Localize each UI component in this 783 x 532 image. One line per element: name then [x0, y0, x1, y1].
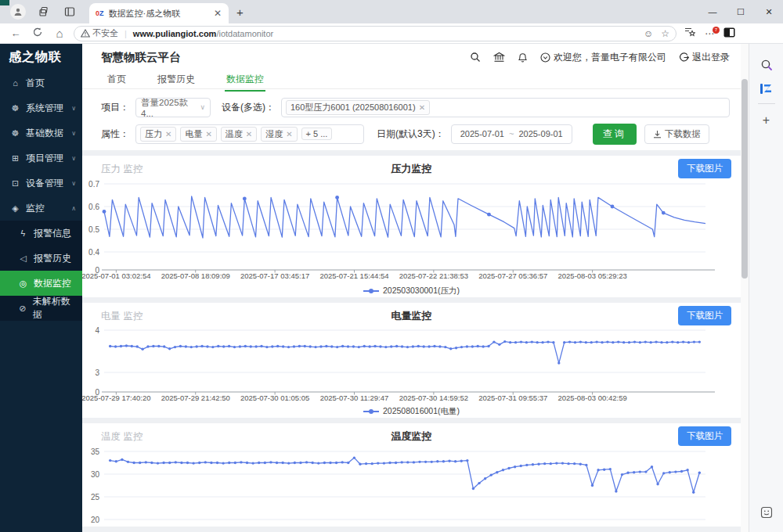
svg-text:2025-07-27 05:36:57: 2025-07-27 05:36:57 [478, 271, 547, 280]
not-secure-warning[interactable]: 不安全 [81, 27, 118, 39]
chevron-down-icon: ∨ [71, 130, 76, 137]
remove-tag-icon[interactable]: ✕ [419, 103, 425, 112]
logout-icon [679, 52, 689, 63]
tab-layout-icon[interactable] [60, 3, 80, 20]
workspaces-icon[interactable] [34, 3, 54, 20]
collections-icon[interactable] [684, 27, 695, 41]
add-sidebar-item-icon[interactable]: + [763, 109, 770, 132]
lightning-icon: ϟ [17, 228, 29, 238]
download-image-button[interactable]: 下载图片 [678, 159, 731, 178]
logout-button[interactable]: 退出登录 [679, 51, 730, 64]
browser-essentials-icon[interactable] [760, 501, 773, 524]
sidebar-item-alarm-history[interactable]: ◁ 报警历史 [0, 246, 82, 271]
minimize-button[interactable]: — [698, 0, 727, 23]
remove-tag-icon[interactable]: ✕ [165, 130, 171, 138]
welcome-menu[interactable]: 欢迎您，普量电子有限公司 [540, 51, 666, 64]
sidebar-item-alarm-info[interactable]: ϟ 报警信息 [0, 221, 82, 246]
project-label: 项目： [101, 101, 129, 114]
svg-text:2025-07-22 21:38:53: 2025-07-22 21:38:53 [399, 271, 468, 280]
slash-circle-icon: ⊘ [17, 304, 28, 314]
tab-data-monitor[interactable]: 数据监控 [225, 70, 265, 92]
page-title: 智慧物联云平台 [101, 50, 181, 65]
download-image-button[interactable]: 下载图片 [678, 426, 731, 446]
device-multiselect[interactable]: 160型压力6001 (202508016001) ✕ [281, 98, 730, 117]
refresh-icon[interactable] [27, 27, 49, 39]
app-header: 智慧物联云平台 欢迎您，普量电子有限公司 退出登录 [82, 44, 741, 70]
remove-tag-icon[interactable]: ✕ [246, 130, 252, 138]
page-scrollbar[interactable] [741, 44, 749, 532]
back-icon[interactable]: ← [5, 27, 27, 39]
remove-tag-icon[interactable]: ✕ [205, 130, 211, 138]
project-select[interactable]: 普量2025款4... ∨ [135, 98, 211, 117]
chevron-down-icon: ∨ [71, 155, 76, 162]
profile-button[interactable] [8, 3, 28, 20]
date-range-picker[interactable]: 2025-07-01 ~ 2025-09-01 [451, 124, 572, 144]
query-button[interactable]: 查询 [593, 124, 637, 145]
svg-text:2025-07-21 15:44:54: 2025-07-21 15:44:54 [319, 271, 388, 280]
download-icon [653, 130, 662, 138]
remove-tag-icon[interactable]: ✕ [286, 130, 292, 138]
svg-text:0.4: 0.4 [88, 248, 99, 257]
scrollbar-thumb[interactable] [742, 79, 748, 279]
page-tabbar: 首页 报警历史 数据监控 [82, 70, 741, 89]
favorite-star-icon[interactable]: ☆ [661, 28, 669, 39]
chart-legend[interactable]: 202508016001(电量) [82, 404, 741, 418]
svg-text:2025-07-30 14:59:52: 2025-07-30 14:59:52 [399, 394, 468, 402]
attr-more-tag[interactable]: + 5 ... [301, 128, 333, 140]
feedback-smiley-icon[interactable]: ☺ [644, 28, 653, 39]
sidebar-item-basedata[interactable]: ☸ 基础数据 ∨ [0, 120, 82, 146]
chart-title: 温度监控 [82, 430, 741, 444]
tab-alarm-history[interactable]: 报警历史 [156, 70, 197, 90]
sidebar-item-device[interactable]: ⊡ 设备管理 ∨ [0, 171, 82, 196]
sidebar-app-icon[interactable] [760, 77, 773, 100]
tab-home[interactable]: 首页 [106, 70, 128, 90]
svg-text:20: 20 [91, 516, 100, 524]
split-screen-icon[interactable] [723, 27, 735, 41]
chevron-down-icon: ∨ [71, 105, 76, 112]
sidebar-item-home[interactable]: ⌂ 首页 [0, 70, 82, 95]
sidebar-item-project[interactable]: ⊞ 项目管理 ∨ [0, 146, 82, 171]
browser-menu-icon[interactable]: ⋯7 [705, 28, 714, 39]
chevron-circle-icon [540, 52, 550, 63]
maximize-button[interactable]: ☐ [727, 0, 755, 23]
chart-legend[interactable]: 202503030001(压力) [82, 284, 741, 297]
search-icon[interactable] [470, 52, 481, 63]
tab-close-icon[interactable]: ✕ [211, 8, 224, 19]
browser-addressbar: ← ⌂ 不安全 | www.puliangiot.com/iotdatamoni… [0, 23, 783, 44]
home-icon[interactable]: ⌂ [49, 27, 70, 40]
svg-text:30: 30 [91, 470, 100, 479]
bell-icon[interactable] [518, 52, 528, 63]
check-circle-icon: ◎ [17, 279, 29, 289]
browser-tab-active[interactable]: 0Z 数据监控·感之物联 ✕ [89, 3, 229, 23]
device-label: 设备(多选)： [222, 101, 275, 114]
battery-chart-section: 电量 监控 电量监控 下载图片 4302025-07-29 17:40:2020… [82, 303, 741, 418]
edge-sidebar: + [749, 44, 783, 532]
monitor-icon: ⊡ [9, 178, 21, 189]
sidebar-item-data-monitor[interactable]: ◎ 数据监控 [0, 271, 82, 296]
svg-text:2025-07-29 17:40:20: 2025-07-29 17:40:20 [82, 394, 150, 402]
svg-text:25: 25 [91, 493, 100, 501]
svg-text:2025-07-17 03:45:17: 2025-07-17 03:45:17 [240, 271, 309, 280]
svg-text:4: 4 [95, 326, 99, 335]
app-sidebar: 感之物联 ⌂ 首页 ☸ 系统管理 ∨ ☸ 基础数据 ∨ ⊞ 项目管理 ∨ ⊡ 设… [0, 44, 82, 532]
battery-chart: 4302025-07-29 17:40:202025-07-29 21:42:5… [82, 326, 724, 404]
bing-search-icon[interactable] [760, 53, 773, 77]
sidebar-item-monitor[interactable]: ◈ 监控 ∧ [0, 196, 82, 221]
gear-icon: ☸ [9, 103, 21, 113]
url-input[interactable]: 不安全 | www.puliangiot.com/iotdatamonitor … [74, 26, 677, 41]
sidebar-item-system[interactable]: ☸ 系统管理 ∨ [0, 95, 82, 120]
sidebar-item-unparsed[interactable]: ⊘ 未解析数据 [0, 296, 82, 321]
svg-text:2025-07-01 03:02:54: 2025-07-01 03:02:54 [82, 271, 150, 280]
download-image-button[interactable]: 下载图片 [678, 306, 731, 325]
badge-icon: ◈ [9, 203, 21, 214]
bank-icon[interactable] [493, 52, 505, 63]
menu-badge: 7 [713, 27, 720, 34]
attr-tag: 电量✕ [180, 127, 216, 142]
download-data-button[interactable]: 下载数据 [644, 124, 709, 144]
url-domain: www.puliangiot.com [133, 29, 217, 38]
new-tab-button[interactable]: + [236, 5, 244, 19]
close-button[interactable]: ✕ [755, 0, 783, 23]
avatar-icon [10, 4, 26, 20]
svg-text:2025-07-29 21:42:50: 2025-07-29 21:42:50 [161, 394, 230, 402]
attribute-multiselect[interactable]: 压力✕ 电量✕ 温度✕ 湿度✕ + 5 ... [135, 124, 364, 144]
